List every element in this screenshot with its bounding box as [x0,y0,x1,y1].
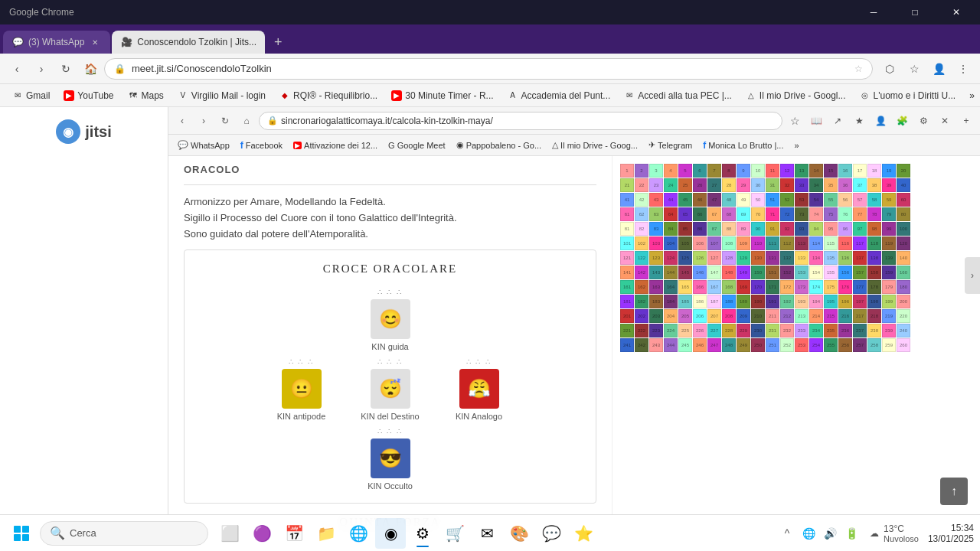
kin-antipode-item: ∴ ∴ ∴ 😐 KIN antipode [260,357,343,421]
tzolkin-cell: 173 [795,280,808,294]
inner-bookmark-attivazione[interactable]: ▶ Attivazione dei 12... [289,137,382,154]
maximize-button[interactable]: □ [897,0,933,24]
inner-profile-button[interactable]: 👤 [871,112,890,130]
new-tab-button[interactable]: + [266,31,289,54]
taskbar-app-mail[interactable]: ✉ [472,518,502,549]
taskbar-app-extra[interactable]: ⭐ [568,518,599,549]
menu-button[interactable]: ⋮ [952,58,974,80]
bookmark-maps[interactable]: 🗺 Maps [122,86,170,105]
tzolkin-cell: 136 [838,251,852,265]
minimize-button[interactable]: ─ [856,0,891,24]
cross-cell-bottom-right [438,427,521,491]
tray-network[interactable]: 🌐 [799,524,818,543]
tzolkin-cell: 47 [707,193,721,207]
bookmark-timer[interactable]: ▶ 30 Minute Timer - R... [385,86,499,105]
inner-home-button[interactable]: ⌂ [237,112,256,130]
tzolkin-cell: 160 [897,266,910,279]
star-icon[interactable]: ☆ [854,64,863,74]
home-button[interactable]: 🏠 [80,58,101,80]
tzolkin-cell: 167 [707,280,721,294]
tab-close-whatsapp[interactable]: ✕ [89,36,101,48]
taskbar-weather[interactable]: ☁ 13°C Nuvoloso [870,523,919,543]
bookmark-rqi[interactable]: ◆ RQI® - Riequilibrio... [273,86,384,105]
tzolkin-cell: 139 [882,251,896,265]
inner-favorites-button[interactable]: ★ [850,112,868,130]
tzolkin-cell: 144 [664,266,678,279]
extensions-button[interactable]: ⬡ [879,58,900,80]
tray-chevron[interactable]: ^ [778,524,796,543]
taskbar-search[interactable]: 🔍 Cerca [40,521,208,546]
inner-address-bar[interactable]: 🔒 sincronariogalatticomaya.it/calcola-ki… [259,112,782,130]
tzolkin-cell: 251 [766,338,779,352]
inner-bookmark-facebook[interactable]: f Facebook [236,137,287,154]
windows-icon [14,526,29,541]
taskbar-app-chrome[interactable]: ◉ [375,518,406,549]
inner-reader-button[interactable]: 📖 [807,112,825,130]
tzolkin-cell: 95 [824,222,838,236]
bookmark-youtube[interactable]: ▶ YouTube [57,86,119,105]
taskbar-app-store[interactable]: 🛒 [439,518,470,549]
taskbar-app-teams[interactable]: 🟣 [247,518,277,549]
inner-bookmark-monica[interactable]: f Monica Lo Brutto |... [698,137,788,154]
profile-button[interactable]: 👤 [928,58,949,80]
tray-volume[interactable]: 🔊 [821,524,839,543]
tab-close-jitsi[interactable]: ✕ [261,36,265,48]
tzolkin-cell: 240 [897,324,910,337]
inner-bookmark-telegram[interactable]: ✈ Telegram [644,137,697,154]
back-button[interactable]: ‹ [6,58,28,80]
bookmark-accademia[interactable]: A Accademia del Punt... [501,86,617,105]
tab-whatsapp[interactable]: 💬 (3) WhatsApp ✕ [3,31,110,54]
bookmark-button[interactable]: ☆ [903,58,925,80]
bookmark-virgilio[interactable]: V Virgilio Mail - login [172,86,272,105]
browser-toolbar-actions: ⬡ ☆ 👤 ⋮ [879,58,974,80]
forward-button[interactable]: › [31,58,52,80]
scroll-top-button[interactable]: ↑ [940,478,968,505]
taskbar-app-calendar[interactable]: 📅 [279,518,309,549]
bookmark-favicon-rqi: ◆ [279,90,290,101]
bookmark-gmail[interactable]: ✉ Gmail [6,86,56,105]
tzolkin-cell: 93 [795,222,808,236]
tzolkin-cell: 85 [678,222,692,236]
tzolkin-cell: 155 [824,266,838,279]
taskbar-app-edge[interactable]: 🌐 [343,518,374,549]
inner-bookmark-label-whatsapp: WhatsApp [191,141,230,150]
tab-label-whatsapp: (3) WhatsApp [28,37,84,47]
inner-forward-button[interactable]: › [194,112,213,130]
tab-jitsi[interactable]: 🎥 Conoscendolo Tzolkin | Jits... ✕ [112,31,265,54]
taskbar-app-chrome-active[interactable]: ⚙ [407,518,438,549]
inner-new-tab-button[interactable]: + [957,112,975,130]
inner-star-button[interactable]: ☆ [786,112,804,130]
panel-toggle-button[interactable]: › [965,257,980,294]
inner-bookmark-pappo[interactable]: ◉ Pappobaleno - Go... [452,137,546,154]
inner-close-button[interactable]: ✕ [936,112,954,130]
taskbar-app-paint[interactable]: 🎨 [504,518,534,549]
inner-reload-button[interactable]: ↻ [216,112,234,130]
bookmark-uomo[interactable]: ◎ L'uomo e i Diritti U... [854,86,962,105]
inner-bookmark-whatsapp[interactable]: 💬 WhatsApp [173,137,234,154]
bookmark-pec[interactable]: ✉ Accedi alla tua PEC |... [618,86,738,105]
tzolkin-cell: 239 [882,324,896,337]
taskbar-clock[interactable]: 15:34 13/01/2025 [928,523,974,544]
close-button[interactable]: ✕ [939,0,974,24]
inner-share-button[interactable]: ↗ [828,112,847,130]
start-button[interactable] [6,518,37,549]
inner-bookmark-drive[interactable]: △ Il mio Drive - Goog... [547,137,642,154]
tray-battery[interactable]: 🔋 [842,524,861,543]
inner-bookmarks-more[interactable]: » [789,137,803,154]
bookmarks-more[interactable]: » [963,86,980,105]
lock-icon: 🔒 [114,64,126,74]
address-bar[interactable]: 🔒 meet.jit.si/ConoscendoloTzolkin ☆ [104,58,873,80]
inner-back-button[interactable]: ‹ [173,112,191,130]
tzolkin-cell: 140 [897,251,910,265]
bookmark-drive[interactable]: △ Il mio Drive - Googl... [740,86,852,105]
tzolkin-cell: 223 [649,324,663,337]
reload-button[interactable]: ↻ [55,58,77,80]
taskbar-app-explorer[interactable]: 📁 [311,518,341,549]
inner-settings-button[interactable]: ⚙ [914,112,933,130]
inner-bookmark-meet[interactable]: G Google Meet [384,137,450,154]
kin-guida-item: ∴ ∴ ∴ 😊 KIN guida [349,288,432,351]
taskbar-app-taskview[interactable]: ⬜ [214,518,245,549]
tzolkin-cell: 2 [635,164,648,178]
inner-extensions-button[interactable]: 🧩 [893,112,911,130]
taskbar-app-skype[interactable]: 💬 [536,518,567,549]
